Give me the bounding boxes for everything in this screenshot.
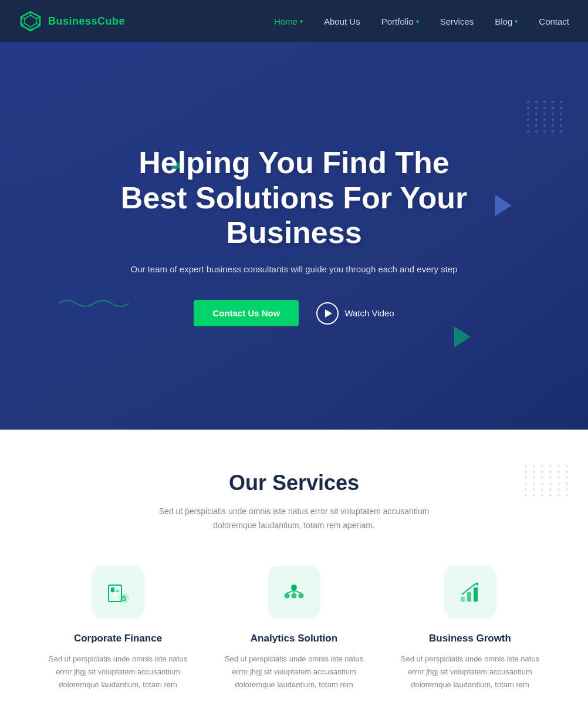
chevron-down-icon: ▾ [416, 18, 419, 25]
deco-triangle-blue [495, 195, 512, 216]
services-subtitle: Sed ut perspiciatis unde omnis iste natu… [153, 505, 435, 533]
service-card-finance: $ Corporate Finance Sed ut perspiciatis … [48, 566, 188, 691]
service-card-growth: Business Growth Sed ut perspiciatis unde… [400, 566, 540, 691]
nav-link-portfolio[interactable]: Portfolio ▾ [381, 16, 419, 26]
svg-rect-10 [116, 590, 119, 592]
services-title: Our Services [35, 471, 553, 495]
svg-point-14 [285, 593, 290, 598]
nav-link-contact[interactable]: Contact [539, 16, 569, 26]
service-desc-growth: Sed ut perspiciatis unde omnis iste natu… [400, 653, 540, 691]
services-grid: $ Corporate Finance Sed ut perspiciatis … [35, 566, 553, 691]
svg-line-19 [294, 590, 301, 593]
svg-point-15 [292, 593, 297, 598]
nav-item-portfolio[interactable]: Portfolio ▾ [381, 16, 419, 26]
nav-links: Home ▾ About Us Portfolio ▾ Services Blo… [274, 16, 569, 26]
nav-link-blog[interactable]: Blog ▾ [495, 16, 518, 26]
nav-item-contact[interactable]: Contact [539, 16, 569, 26]
analytics-icon [281, 579, 307, 605]
service-title-finance: Corporate Finance [48, 633, 188, 644]
chevron-down-icon: ▾ [515, 18, 518, 25]
nav-item-services[interactable]: Services [440, 16, 474, 26]
hero-title: Helping You Find The Best Solutions For … [118, 146, 470, 251]
nav-item-about[interactable]: About Us [324, 16, 360, 26]
service-icon-analytics [268, 566, 320, 619]
finance-icon: $ [105, 579, 131, 605]
nav-link-services[interactable]: Services [440, 16, 474, 26]
watch-video-button[interactable]: Watch Video [316, 302, 394, 325]
service-card-analytics: Analytics Solution Sed ut perspiciatis u… [224, 566, 364, 691]
nav-link-about[interactable]: About Us [324, 16, 360, 26]
svg-line-17 [287, 590, 294, 593]
logo-text: BusinessCube [48, 15, 125, 28]
play-icon [316, 302, 339, 325]
nav-link-home[interactable]: Home ▾ [274, 16, 303, 26]
service-icon-finance: $ [92, 566, 144, 619]
svg-rect-22 [474, 587, 478, 602]
hero-actions: Contact Us Now Watch Video [118, 300, 470, 326]
svg-rect-21 [467, 592, 471, 602]
logo-icon [19, 9, 42, 33]
svg-point-13 [291, 585, 297, 590]
nav-item-home[interactable]: Home ▾ [274, 16, 303, 26]
chevron-down-icon: ▾ [300, 18, 303, 25]
hero-section: for(let i=0;i<30;i++) document.write('<d… [0, 42, 588, 430]
deco-triangle-green-bottom [454, 326, 471, 347]
svg-rect-9 [111, 587, 114, 592]
navbar: BusinessCube Home ▾ About Us Portfolio ▾… [0, 0, 588, 42]
services-deco-dots: for(let i=0;i<36;i++) document.write('<d… [525, 465, 570, 497]
growth-icon [457, 579, 483, 605]
svg-text:$: $ [122, 595, 126, 603]
play-triangle [325, 309, 332, 318]
hero-subtitle: Our team of expert business consultants … [118, 262, 470, 276]
services-section: for(let i=0;i<36;i++) document.write('<d… [0, 430, 588, 716]
svg-rect-20 [461, 597, 465, 602]
hero-content: Helping You Find The Best Solutions For … [94, 146, 494, 326]
service-desc-analytics: Sed ut perspiciatis unde omnis iste natu… [224, 653, 364, 691]
contact-us-button[interactable]: Contact Us Now [194, 300, 299, 326]
nav-item-blog[interactable]: Blog ▾ [495, 16, 518, 26]
service-title-analytics: Analytics Solution [224, 633, 364, 644]
logo[interactable]: BusinessCube [19, 9, 125, 33]
watch-video-label: Watch Video [344, 308, 394, 318]
service-title-growth: Business Growth [400, 633, 540, 644]
service-icon-growth [444, 566, 496, 619]
svg-marker-1 [25, 15, 36, 27]
deco-dots-top-right: for(let i=0;i<30;i++) document.write('<d… [527, 101, 565, 133]
service-desc-finance: Sed ut perspiciatis unde omnis iste natu… [48, 653, 188, 691]
svg-point-16 [299, 593, 304, 598]
